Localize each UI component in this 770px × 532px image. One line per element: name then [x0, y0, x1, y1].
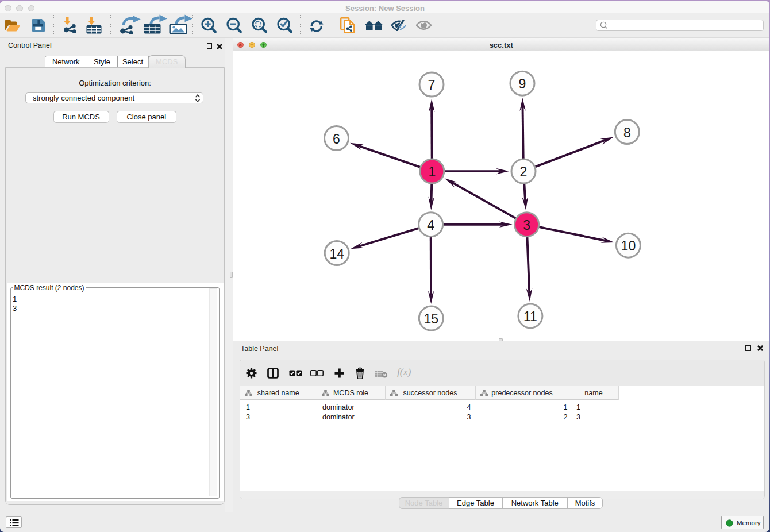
svg-text:9: 9 — [519, 76, 526, 91]
svg-text:14: 14 — [329, 246, 344, 261]
svg-text:6: 6 — [333, 132, 340, 147]
svg-text:4: 4 — [427, 218, 434, 233]
svg-text:11: 11 — [523, 309, 537, 324]
svg-text:7: 7 — [428, 78, 436, 92]
svg-text:10: 10 — [621, 238, 636, 253]
svg-text:15: 15 — [424, 311, 439, 326]
svg-text:3: 3 — [523, 218, 530, 233]
svg-text:2: 2 — [520, 164, 528, 179]
svg-text:8: 8 — [623, 125, 631, 140]
svg-text:1: 1 — [428, 164, 436, 179]
